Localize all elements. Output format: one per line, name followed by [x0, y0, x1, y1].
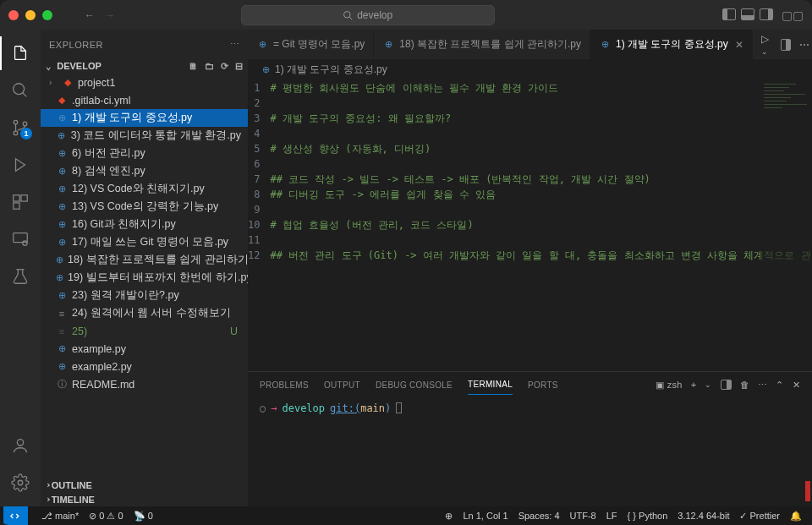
editor-tab[interactable]: ⊕18) 복잡한 프로젝트를 쉽게 관리하기.py	[374, 30, 590, 59]
tree-file[interactable]: ⊕example2.py	[41, 358, 248, 375]
editor-body[interactable]: 1 2 3 4 5 6 7 8 9 10 11 12 # 평범한 회사원도 단숨…	[248, 80, 812, 371]
tree-file[interactable]: ⊕6) 버전 관리.py	[41, 145, 248, 162]
sidebar-more-icon[interactable]: ⋯	[230, 39, 240, 50]
svg-point-5	[14, 131, 18, 135]
activity-settings[interactable]	[0, 466, 41, 500]
tree-file[interactable]: ⓘREADME.md	[41, 375, 248, 393]
breadcrumb[interactable]: ⊕ 1) 개발 도구의 중요성.py	[248, 59, 812, 80]
editor-tab[interactable]: ⊕1) 개발 도구의 중요성.py✕	[590, 30, 753, 59]
status-indent-guide-icon[interactable]: ⊕	[445, 511, 453, 522]
panel-maximize-icon[interactable]: ⌃	[776, 380, 783, 391]
activity-search[interactable]	[0, 74, 41, 107]
account-icon	[11, 436, 30, 455]
panel-tab-terminal[interactable]: TERMINAL	[468, 375, 513, 395]
status-branch[interactable]: ⎇ main*	[41, 511, 79, 522]
play-bug-icon	[11, 156, 30, 174]
tree-file[interactable]: ≡25)U	[41, 322, 248, 340]
editor-tab[interactable]: ⊕= Git 명령어 모음.py	[248, 30, 374, 59]
tree-file[interactable]: ⊕16) Git과 친해지기.py	[41, 216, 248, 233]
status-problems[interactable]: ⊘ 0 ⚠ 0	[89, 511, 123, 522]
status-prettier[interactable]: ✓ Prettier	[739, 511, 780, 522]
tree-file[interactable]: ⊕3) 코드 에디터와 통합 개발 환경.py	[41, 127, 248, 145]
tree-folder-project1[interactable]: ›◆project1	[41, 74, 248, 91]
panel-more-icon[interactable]: ⋯	[758, 380, 767, 391]
outline-section[interactable]: › OUTLINE	[41, 478, 248, 492]
tree-file[interactable]: ⊕18) 복잡한 프로젝트를 쉽게 관리하기.py	[41, 251, 248, 269]
traffic-lights	[8, 10, 52, 20]
panel-close-icon[interactable]: ✕	[793, 380, 800, 391]
breadcrumb-file: 1) 개발 도구의 중요성.py	[275, 63, 387, 77]
status-eol[interactable]: LF	[606, 511, 617, 521]
new-folder-icon[interactable]: 🗀	[205, 61, 214, 72]
search-icon	[343, 10, 353, 20]
run-button[interactable]: ▷ ⌄	[761, 33, 773, 57]
tree-file[interactable]: ⊕17) 매일 쓰는 Git 명령어 모음.py	[41, 233, 248, 251]
command-center-search[interactable]: develop	[241, 5, 495, 25]
minimize-window-button[interactable]	[25, 10, 36, 20]
tree-file[interactable]: ◆.gitlab-ci.yml	[41, 91, 248, 109]
terminal[interactable]: ○ → develop git:(main)	[248, 397, 812, 506]
refresh-icon[interactable]: ⟳	[221, 61, 228, 72]
minimap[interactable]	[761, 80, 812, 371]
panel-tab-debug[interactable]: DEBUG CONSOLE	[376, 375, 453, 395]
tree-file[interactable]: ≡24) 원격에서 웹 서버 수정해보기	[41, 304, 248, 322]
prompt-git-branch: main	[360, 402, 385, 414]
new-file-icon[interactable]: 🗎	[189, 61, 198, 72]
close-tab-icon[interactable]: ✕	[735, 39, 743, 51]
panel-tab-output[interactable]: OUTPUT	[324, 375, 360, 395]
status-cursor[interactable]: Ln 1, Col 1	[463, 511, 508, 521]
tree-file[interactable]: ⊕example.py	[41, 340, 248, 358]
python-icon: ⊕	[599, 39, 611, 50]
tree-file[interactable]: ⊕23) 원격 개발이란?.py	[41, 287, 248, 304]
activity-run-debug[interactable]	[0, 148, 41, 182]
file-label: 13) VS Code의 강력한 기능.py	[72, 200, 218, 214]
split-terminal-icon[interactable]	[721, 380, 732, 390]
file-label: 1) 개발 도구의 중요성.py	[72, 111, 192, 125]
timeline-section[interactable]: › TIMELINE	[41, 492, 248, 506]
tree-file[interactable]: ⊕1) 개발 도구의 중요성.py	[41, 109, 248, 127]
status-language[interactable]: { } Python	[628, 511, 668, 521]
panel-tab-ports[interactable]: PORTS	[528, 375, 558, 395]
tree-file[interactable]: ⊕13) VS Code의 강력한 기능.py	[41, 198, 248, 216]
tree-file[interactable]: ⊕12) VS Code와 친해지기.py	[41, 180, 248, 198]
status-spaces[interactable]: Spaces: 4	[518, 511, 560, 521]
file-label: 23) 원격 개발이란?.py	[72, 288, 179, 303]
new-terminal-icon[interactable]: +	[691, 380, 697, 390]
activity-extensions[interactable]	[0, 185, 41, 219]
close-window-button[interactable]	[8, 10, 19, 20]
scm-badge: 1	[20, 128, 32, 139]
activity-remote-explorer[interactable]	[0, 222, 41, 256]
terminal-dropdown-icon[interactable]: ⌄	[705, 380, 711, 389]
activity-explorer[interactable]	[0, 36, 41, 70]
toggle-panel-icon[interactable]	[741, 8, 754, 20]
nav-forward-icon[interactable]: →	[105, 9, 115, 21]
terminal-profile[interactable]: ▣ zsh	[656, 380, 683, 391]
svg-point-12	[23, 241, 28, 246]
activity-testing[interactable]	[0, 260, 41, 293]
maximize-window-button[interactable]	[42, 10, 52, 20]
kill-terminal-icon[interactable]: 🗑	[740, 380, 749, 390]
file-label: 17) 매일 쓰는 Git 명령어 모음.py	[72, 235, 228, 249]
remote-button[interactable]	[3, 506, 28, 525]
status-encoding[interactable]: UTF-8	[570, 511, 596, 521]
status-interpreter[interactable]: 3.12.4 64-bit	[678, 511, 729, 521]
split-editor-icon[interactable]	[781, 39, 790, 51]
tab-more-icon[interactable]: ⋯	[799, 39, 809, 51]
panel-tab-problems[interactable]: PROBLEMS	[260, 375, 309, 395]
titlebar: ← → develop ▢▢	[0, 0, 812, 30]
toggle-secondary-sidebar-icon[interactable]	[760, 8, 773, 20]
activity-accounts[interactable]	[0, 429, 41, 462]
status-ports[interactable]: 📡 0	[134, 511, 153, 522]
status-notifications-icon[interactable]: 🔔	[790, 511, 802, 522]
tree-file[interactable]: ⊕8) 검색 엔진.py	[41, 162, 248, 180]
folder-section-header[interactable]: ⌄ DEVELOP 🗎 🗀 ⟳ ⊟	[41, 59, 248, 74]
python-icon: ⊕	[260, 64, 272, 75]
activity-source-control[interactable]: 1	[0, 111, 41, 145]
file-label: 16) Git과 친해지기.py	[72, 217, 176, 232]
collapse-all-icon[interactable]: ⊟	[235, 61, 243, 72]
nav-back-icon[interactable]: ←	[85, 9, 95, 21]
tree-file[interactable]: ⊕19) 빌드부터 배포까지 한번에 하기.py	[41, 269, 248, 287]
bottom-panel: PROBLEMS OUTPUT DEBUG CONSOLE TERMINAL P…	[248, 371, 812, 506]
customize-layout-icon[interactable]: ▢▢	[782, 8, 804, 22]
toggle-primary-sidebar-icon[interactable]	[722, 8, 736, 20]
